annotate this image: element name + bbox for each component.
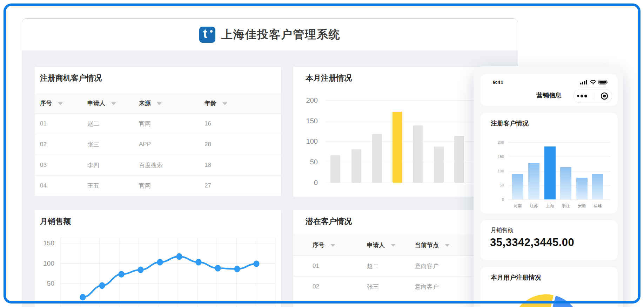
bar[interactable] bbox=[528, 163, 539, 199]
card-title: 月销售额 bbox=[491, 227, 513, 234]
target-circle-icon bbox=[600, 91, 609, 101]
column-header[interactable]: 序号 bbox=[40, 99, 87, 107]
phone-header: 9:41 bbox=[480, 74, 618, 106]
column-header-label: 年龄 bbox=[204, 100, 216, 107]
data-point[interactable] bbox=[254, 260, 260, 267]
line-chart-svg bbox=[35, 210, 281, 307]
data-point[interactable] bbox=[99, 282, 105, 289]
panel-registered-customers: 注册商机客户情况 序号申请人来源年龄01赵二官网1602张三APP2803李四百… bbox=[35, 67, 281, 196]
line-series bbox=[83, 257, 256, 297]
y-axis-label: 200 bbox=[297, 96, 318, 105]
sort-caret-icon bbox=[391, 244, 396, 247]
logo-dot bbox=[210, 30, 213, 33]
desktop-window: t 上海佳投客户管理系统 注册商机客户情况 序号申请人来源年龄01赵二官网160… bbox=[22, 18, 518, 307]
table-cell: 01 bbox=[40, 120, 87, 127]
data-point[interactable] bbox=[80, 294, 86, 301]
table-cell: 28 bbox=[204, 141, 281, 148]
column-header[interactable]: 年龄 bbox=[204, 99, 281, 107]
bar[interactable] bbox=[560, 167, 571, 199]
status-icons bbox=[580, 80, 608, 84]
bar[interactable] bbox=[592, 174, 603, 199]
bar[interactable] bbox=[372, 134, 382, 183]
column-header[interactable]: 申请人 bbox=[367, 241, 415, 249]
y-axis-label: 100 bbox=[297, 137, 318, 146]
phone-registered-bar-chart: 050100150200河南江苏上海浙江安徽福建 bbox=[480, 113, 618, 213]
y-axis-label: 0 bbox=[488, 197, 504, 202]
sort-caret-icon bbox=[330, 244, 335, 247]
column-header[interactable]: 申请人 bbox=[87, 99, 139, 107]
table-cell: 27 bbox=[204, 182, 281, 189]
table-cell: 王五 bbox=[87, 182, 139, 190]
data-point[interactable] bbox=[157, 259, 163, 266]
table-cell: 02 bbox=[40, 141, 87, 148]
registered-customers-table: 序号申请人来源年龄01赵二官网1602张三APP2803李四百度搜索1804王五… bbox=[35, 93, 281, 196]
status-time: 9:41 bbox=[493, 79, 503, 85]
app-header: t 上海佳投客户管理系统 bbox=[22, 19, 518, 50]
y-axis-label: 0 bbox=[297, 178, 318, 187]
bar[interactable] bbox=[576, 178, 588, 199]
data-point[interactable] bbox=[119, 271, 125, 278]
y-axis-label: 150 bbox=[297, 116, 318, 125]
sort-caret-icon bbox=[445, 244, 450, 247]
phone-pie-card: 本月用户注册情况 bbox=[480, 267, 618, 307]
gridline bbox=[509, 171, 610, 171]
x-axis-label: 河南 bbox=[510, 203, 526, 209]
table-cell: 04 bbox=[40, 182, 87, 189]
bar[interactable] bbox=[454, 136, 464, 183]
bar[interactable] bbox=[330, 155, 340, 183]
y-axis-label: 100 bbox=[488, 169, 504, 173]
data-point[interactable] bbox=[215, 265, 221, 272]
panel-monthly-sales-chart: 月销售额 15010050 bbox=[35, 210, 281, 307]
bar-highlighted[interactable] bbox=[393, 112, 402, 183]
table-cell: 百度搜索 bbox=[139, 161, 204, 169]
app-logo-icon: t bbox=[199, 27, 215, 43]
column-header-label: 序号 bbox=[40, 100, 52, 107]
more-button[interactable] bbox=[577, 94, 589, 98]
column-header[interactable]: 序号 bbox=[313, 241, 367, 249]
data-point[interactable] bbox=[138, 266, 144, 273]
y-axis-label: 200 bbox=[488, 140, 504, 145]
table-row: 04王五官网27 bbox=[35, 175, 281, 196]
phone-nav-bar: 营销信息 bbox=[480, 88, 618, 104]
gridline bbox=[509, 157, 610, 157]
cellular-signal-icon bbox=[580, 80, 588, 84]
sort-caret-icon bbox=[157, 102, 162, 105]
data-point[interactable] bbox=[196, 259, 202, 266]
table-cell: 官网 bbox=[139, 182, 204, 190]
capsule-divider bbox=[594, 93, 594, 100]
bar[interactable] bbox=[351, 149, 361, 183]
table-cell: 张三 bbox=[87, 141, 139, 149]
gridline bbox=[509, 142, 610, 143]
bar[interactable] bbox=[434, 146, 444, 183]
more-dots-icon bbox=[577, 94, 589, 98]
column-header[interactable]: 来源 bbox=[139, 99, 204, 107]
bar[interactable] bbox=[512, 174, 523, 199]
column-header-label: 序号 bbox=[313, 242, 324, 248]
sort-caret-icon bbox=[111, 102, 116, 105]
bar-highlighted[interactable] bbox=[544, 146, 556, 199]
data-point[interactable] bbox=[234, 266, 240, 272]
phone-overlay: 9:41 bbox=[474, 66, 623, 307]
home-button[interactable] bbox=[600, 91, 609, 101]
table-row: 03李四百度搜索18 bbox=[35, 155, 281, 175]
y-axis-label: 50 bbox=[297, 157, 318, 166]
app-title: 上海佳投客户管理系统 bbox=[221, 27, 341, 42]
column-header-label: 申请人 bbox=[87, 100, 105, 107]
miniapp-capsule bbox=[573, 89, 612, 103]
data-point[interactable] bbox=[176, 253, 182, 260]
pie-slice[interactable] bbox=[511, 294, 554, 307]
wifi-icon bbox=[590, 80, 596, 84]
column-header-label: 申请人 bbox=[367, 242, 385, 248]
panel-title: 注册商机客户情况 bbox=[40, 73, 102, 83]
bar[interactable] bbox=[413, 125, 423, 183]
table-cell: 赵二 bbox=[367, 262, 415, 270]
logo-letter: t bbox=[203, 27, 207, 41]
panel-title: 潜在客户情况 bbox=[306, 216, 352, 227]
table-cell: 03 bbox=[40, 162, 87, 169]
y-axis-label: 50 bbox=[488, 183, 504, 187]
y-axis-label: 150 bbox=[33, 239, 54, 248]
gridline bbox=[509, 199, 610, 200]
table-cell: 02 bbox=[313, 283, 367, 290]
monthly-sales-line-chart: 15010050 bbox=[35, 210, 281, 307]
table-row: 02张三APP28 bbox=[35, 134, 281, 155]
